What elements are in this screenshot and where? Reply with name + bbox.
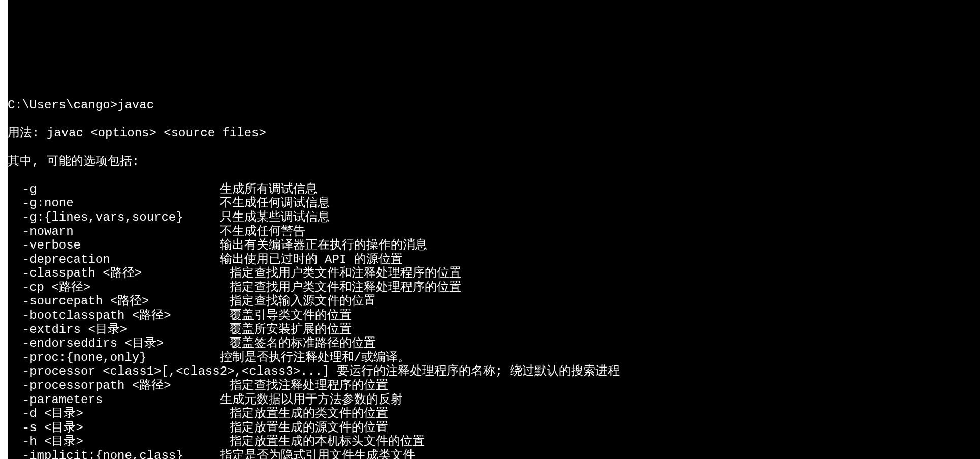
- option-description: 生成所有调试信息: [220, 182, 318, 196]
- option-row: -s <目录> 指定放置生成的源文件的位置: [8, 421, 980, 435]
- prompt-line: C:\Users\cango>javac: [8, 98, 980, 112]
- terminal-output: C:\Users\cango>javac 用法: javac <options>…: [8, 84, 980, 459]
- option-flag: -deprecation: [8, 253, 220, 266]
- option-description: 覆盖签名的标准路径的位置: [230, 336, 376, 350]
- option-flag: -h <目录>: [8, 435, 230, 448]
- options-list: -g 生成所有调试信息 -g:none 不生成任何调试信息 -g:{lines,…: [8, 182, 980, 459]
- option-flag: -processor <class1>[,<class2>,<class3>..…: [8, 364, 337, 378]
- option-description: 控制是否执行注释处理和/或编译。: [220, 351, 410, 364]
- option-row: -g 生成所有调试信息: [8, 182, 980, 197]
- option-description: 指定查找注释处理程序的位置: [230, 379, 388, 392]
- option-flag: -parameters: [8, 393, 220, 407]
- option-row: -processorpath <路径> 指定查找注释处理程序的位置: [8, 379, 980, 393]
- option-row: -g:none 不生成任何调试信息: [8, 196, 980, 210]
- option-row: -proc:{none,only} 控制是否执行注释处理和/或编译。: [8, 351, 980, 365]
- option-description: 输出有关编译器正在执行的操作的消息: [220, 238, 427, 252]
- option-row: -extdirs <目录> 覆盖所安装扩展的位置: [8, 323, 980, 337]
- option-description: 输出使用已过时的 API 的源位置: [220, 253, 403, 266]
- option-description: 指定查找输入源文件的位置: [230, 294, 376, 308]
- option-flag: -extdirs <目录>: [8, 323, 230, 336]
- option-row: -g:{lines,vars,source} 只生成某些调试信息: [8, 210, 980, 225]
- option-description: 指定放置生成的本机标头文件的位置: [230, 435, 425, 448]
- option-description: 不生成任何警告: [220, 225, 305, 238]
- option-description: 覆盖引导类文件的位置: [230, 309, 352, 322]
- option-row: -processor <class1>[,<class2>,<class3>..…: [8, 364, 980, 379]
- usage-line: 用法: javac <options> <source files>: [8, 126, 980, 140]
- option-description: 指定放置生成的源文件的位置: [230, 421, 388, 435]
- option-row: -sourcepath <路径> 指定查找输入源文件的位置: [8, 294, 980, 309]
- option-flag: -cp <路径>: [8, 281, 230, 294]
- option-description: 要运行的注释处理程序的名称; 绕过默认的搜索进程: [337, 364, 620, 378]
- option-row: -d <目录> 指定放置生成的类文件的位置: [8, 407, 980, 421]
- option-description: 生成元数据以用于方法参数的反射: [220, 393, 403, 407]
- option-description: 指定查找用户类文件和注释处理程序的位置: [230, 281, 461, 294]
- option-description: 覆盖所安装扩展的位置: [230, 323, 352, 336]
- option-flag: -nowarn: [8, 225, 220, 238]
- option-description: 指定放置生成的类文件的位置: [230, 407, 388, 420]
- option-row: -endorseddirs <目录> 覆盖签名的标准路径的位置: [8, 336, 980, 351]
- left-window-fragment: [0, 0, 8, 459]
- option-row: -h <目录> 指定放置生成的本机标头文件的位置: [8, 435, 980, 449]
- option-flag: -g:none: [8, 196, 220, 210]
- intro-line: 其中, 可能的选项包括:: [8, 155, 980, 169]
- option-row: -verbose 输出有关编译器正在执行的操作的消息: [8, 238, 980, 253]
- option-row: -deprecation 输出使用已过时的 API 的源位置: [8, 253, 980, 267]
- option-flag: -sourcepath <路径>: [8, 294, 230, 308]
- option-flag: -g:{lines,vars,source}: [8, 210, 220, 224]
- option-flag: -bootclasspath <路径>: [8, 309, 230, 322]
- option-flag: -s <目录>: [8, 421, 230, 435]
- option-row: -parameters 生成元数据以用于方法参数的反射: [8, 393, 980, 407]
- option-flag: -classpath <路径>: [8, 266, 230, 280]
- option-flag: -d <目录>: [8, 407, 230, 420]
- option-row: -implicit:{none,class} 指定是否为隐式引用文件生成类文件: [8, 449, 980, 459]
- option-flag: -implicit:{none,class}: [8, 449, 220, 459]
- option-description: 指定是否为隐式引用文件生成类文件: [220, 449, 415, 459]
- option-row: -classpath <路径> 指定查找用户类文件和注释处理程序的位置: [8, 266, 980, 281]
- option-flag: -proc:{none,only}: [8, 351, 220, 364]
- option-flag: -processorpath <路径>: [8, 379, 230, 392]
- option-flag: -endorseddirs <目录>: [8, 336, 230, 350]
- option-row: -nowarn 不生成任何警告: [8, 225, 980, 239]
- option-flag: -verbose: [8, 238, 220, 252]
- option-description: 不生成任何调试信息: [220, 196, 330, 210]
- option-flag: -g: [8, 182, 220, 196]
- option-row: -bootclasspath <路径> 覆盖引导类文件的位置: [8, 309, 980, 323]
- option-row: -cp <路径> 指定查找用户类文件和注释处理程序的位置: [8, 281, 980, 295]
- option-description: 指定查找用户类文件和注释处理程序的位置: [230, 266, 461, 280]
- option-description: 只生成某些调试信息: [220, 210, 330, 224]
